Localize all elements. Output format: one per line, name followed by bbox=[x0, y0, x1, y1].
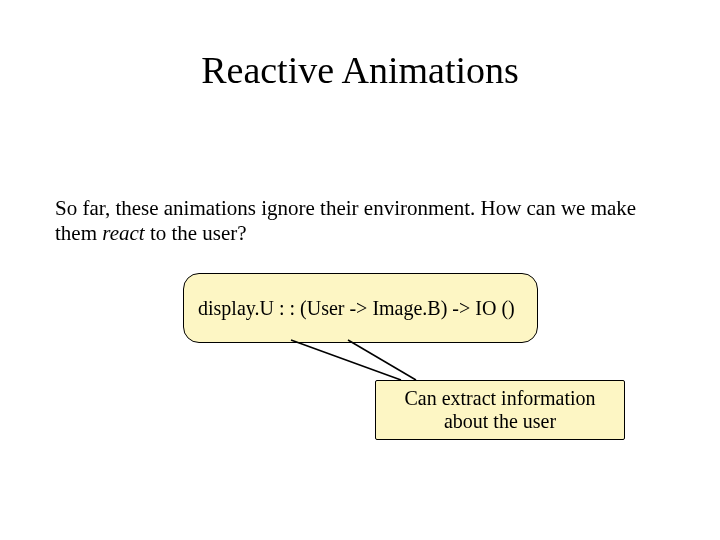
code-box: display.U : : (User -> Image.B) -> IO () bbox=[183, 273, 538, 343]
code-text: display.U : : (User -> Image.B) -> IO () bbox=[198, 297, 515, 320]
slide-title: Reactive Animations bbox=[0, 48, 720, 92]
body-paragraph: So far, these animations ignore their en… bbox=[55, 196, 655, 246]
svg-line-1 bbox=[348, 340, 416, 380]
body-text-post: to the user? bbox=[145, 221, 247, 245]
body-text-emphasis: react bbox=[102, 221, 144, 245]
slide: Reactive Animations So far, these animat… bbox=[0, 48, 720, 540]
callout-text: Can extract information about the user bbox=[384, 387, 616, 433]
svg-line-0 bbox=[291, 340, 401, 380]
callout-box: Can extract information about the user bbox=[375, 380, 625, 440]
